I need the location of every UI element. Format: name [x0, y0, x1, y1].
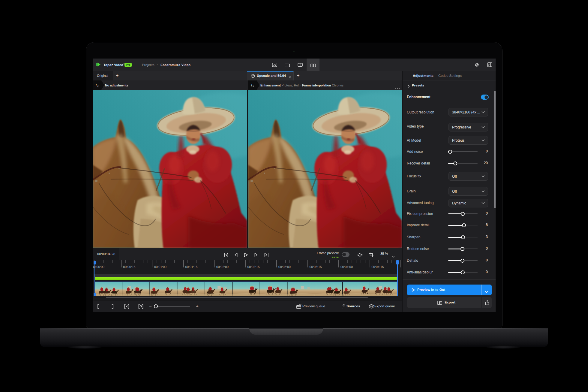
svg-text:x: x	[97, 85, 99, 87]
svg-text:f: f	[96, 83, 97, 87]
svg-text:x: x	[253, 85, 254, 87]
svg-text:f: f	[251, 83, 252, 87]
